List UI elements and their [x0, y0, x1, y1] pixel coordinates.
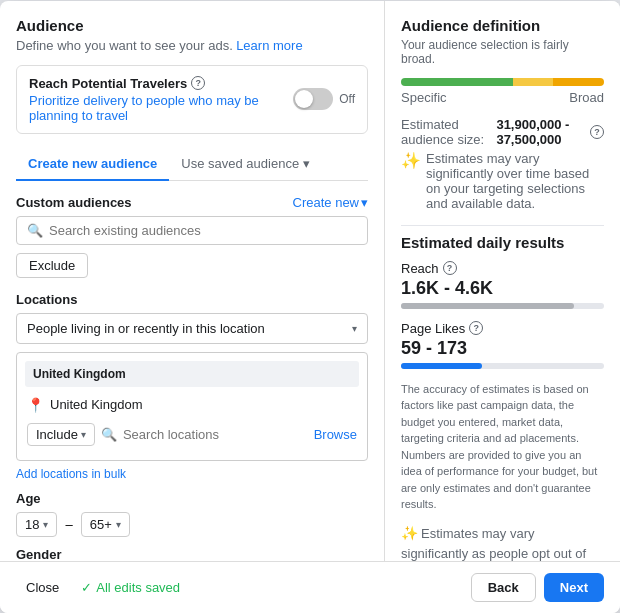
audience-definition-title: Audience definition	[401, 17, 604, 34]
disclaimer-2: ✨ Estimates may vary significantly as pe…	[401, 523, 604, 561]
page-likes-label: Page Likes ?	[401, 321, 604, 336]
dropdown-chevron-icon: ▾	[352, 323, 357, 334]
toggle-wrap: Off	[293, 88, 355, 110]
locations-title: Locations	[16, 292, 368, 307]
reach-metric-info-icon[interactable]: ?	[443, 261, 457, 275]
age-section: Age 18 ▾ – 65+ ▾	[16, 491, 368, 537]
reach-bar-bg	[401, 303, 604, 309]
toggle-off-text: Off	[339, 92, 355, 106]
create-new-button[interactable]: Create new ▾	[293, 195, 368, 210]
page-likes-info-icon[interactable]: ?	[469, 321, 483, 335]
learn-more-link[interactable]: Learn more	[236, 38, 302, 53]
location-actions: Include ▾ 🔍 Browse	[25, 417, 359, 452]
footer-left: Close ✓ All edits saved	[16, 574, 180, 601]
age-min-select[interactable]: 18 ▾	[16, 512, 57, 537]
sparkle-icon: ✨	[401, 151, 421, 170]
location-box: United Kingdom 📍 United Kingdom Include …	[16, 352, 368, 461]
page-desc: Define who you want to see your ads. Lea…	[16, 38, 368, 53]
page-likes-metric-block: Page Likes ? 59 - 173	[401, 321, 604, 369]
include-chevron-icon: ▾	[81, 429, 86, 440]
page-likes-bar-bg	[401, 363, 604, 369]
reach-box-left: Reach Potential Travelers ? Prioritize d…	[29, 76, 293, 123]
location-item: 📍 United Kingdom	[25, 393, 359, 417]
gender-section: Gender All Men Women	[16, 547, 368, 561]
next-button[interactable]: Next	[544, 573, 604, 602]
audience-meter-bar	[401, 78, 604, 86]
reach-title: Reach Potential Travelers ?	[29, 76, 293, 91]
meter-specific-label: Specific	[401, 90, 447, 105]
age-min-chevron-icon: ▾	[43, 519, 48, 530]
modal: Audience Define who you want to see your…	[0, 1, 620, 613]
modal-body: Audience Define who you want to see your…	[0, 1, 620, 561]
audience-tabs: Create new audience Use saved audience ▾	[16, 148, 368, 181]
add-locations-bulk-link[interactable]: Add locations in bulk	[16, 467, 368, 481]
custom-audiences-header: Custom audiences Create new ▾	[16, 195, 368, 210]
age-max-chevron-icon: ▾	[116, 519, 121, 530]
page-likes-value: 59 - 173	[401, 338, 604, 359]
right-panel: Audience definition Your audience select…	[385, 1, 620, 561]
age-title: Age	[16, 491, 368, 506]
audience-size-info-icon[interactable]: ?	[590, 125, 604, 139]
meter-broad-label: Broad	[569, 90, 604, 105]
disclaimer-sparkle-icon: ✨	[401, 525, 418, 541]
tab-use-saved[interactable]: Use saved audience ▾	[169, 148, 321, 181]
location-pin-icon: 📍	[27, 397, 44, 413]
modal-footer: Close ✓ All edits saved Back Next	[0, 561, 620, 613]
location-search-icon: 🔍	[101, 427, 117, 442]
location-browse-button[interactable]: Browse	[314, 427, 357, 442]
audience-size: Estimated audience size: 31,900,000 - 37…	[401, 117, 604, 147]
tab-create-new[interactable]: Create new audience	[16, 148, 169, 181]
audience-definition-sub: Your audience selection is fairly broad.	[401, 38, 604, 66]
location-type-dropdown[interactable]: People living in or recently in this loc…	[16, 313, 368, 344]
custom-audience-exclude-button[interactable]: Exclude	[16, 253, 88, 278]
disclaimer-1: The accuracy of estimates is based on fa…	[401, 381, 604, 513]
include-dropdown[interactable]: Include ▾	[27, 423, 95, 446]
reach-bar-fill	[401, 303, 574, 309]
meter-labels: Specific Broad	[401, 90, 604, 105]
reach-desc: Prioritize delivery to people who may be…	[29, 93, 293, 123]
reach-toggle[interactable]	[293, 88, 333, 110]
location-country-header: United Kingdom	[25, 361, 359, 387]
checkmark-icon: ✓	[81, 580, 92, 595]
close-button[interactable]: Close	[16, 574, 69, 601]
custom-audience-search-box[interactable]: 🔍	[16, 216, 368, 245]
panel-divider	[401, 225, 604, 226]
location-search-input[interactable]	[123, 427, 308, 442]
reach-potential-box: Reach Potential Travelers ? Prioritize d…	[16, 65, 368, 134]
toggle-knob	[295, 90, 313, 108]
gender-title: Gender	[16, 547, 368, 561]
estimated-daily-title: Estimated daily results	[401, 234, 604, 251]
search-icon: 🔍	[27, 223, 43, 238]
locations-section: Locations People living in or recently i…	[16, 292, 368, 481]
age-selects: 18 ▾ – 65+ ▾	[16, 512, 368, 537]
reach-metric-block: Reach ? 1.6K - 4.6K	[401, 261, 604, 309]
page-likes-bar-fill	[401, 363, 482, 369]
back-button[interactable]: Back	[471, 573, 536, 602]
custom-audience-search-input[interactable]	[49, 223, 357, 238]
page-title: Audience	[16, 17, 368, 34]
footer-right: Back Next	[471, 573, 604, 602]
audience-note: ✨ Estimates may vary significantly over …	[401, 151, 604, 211]
reach-metric-label: Reach ?	[401, 261, 604, 276]
reach-info-icon[interactable]: ?	[191, 76, 205, 90]
all-saved-indicator: ✓ All edits saved	[81, 580, 180, 595]
reach-metric-value: 1.6K - 4.6K	[401, 278, 604, 299]
left-panel: Audience Define who you want to see your…	[0, 1, 385, 561]
age-max-select[interactable]: 65+ ▾	[81, 512, 130, 537]
